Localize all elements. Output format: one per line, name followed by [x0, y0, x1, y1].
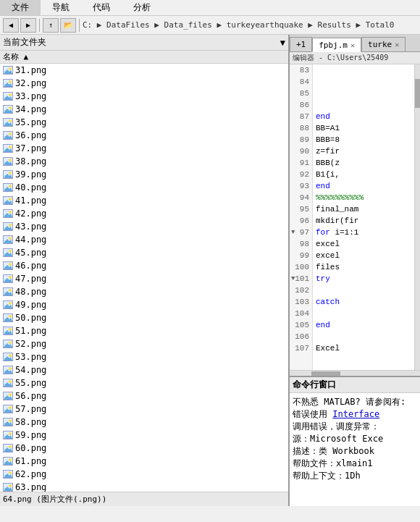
png-icon	[3, 430, 13, 440]
back-button[interactable]: ◀	[3, 18, 19, 33]
file-item[interactable]: 57.png	[0, 403, 288, 416]
file-item[interactable]: 40.png	[0, 181, 288, 194]
file-item[interactable]: 36.png	[0, 129, 288, 142]
file-item-label: 63.png	[15, 482, 46, 492]
file-item[interactable]: 61.png	[0, 455, 288, 468]
code-line	[316, 331, 414, 342]
line-number: 101	[290, 273, 312, 285]
tab-fpbj-close[interactable]: ✕	[350, 41, 355, 49]
menu-bar: 文件 导航 代码 分析	[0, 0, 420, 16]
file-item-label: 43.png	[15, 222, 46, 232]
file-item-label: 58.png	[15, 417, 46, 427]
svg-point-99	[9, 380, 12, 383]
svg-point-111	[9, 419, 12, 422]
svg-point-39	[9, 185, 12, 188]
editor-hscroll[interactable]	[290, 370, 420, 376]
file-item[interactable]: 43.png	[0, 220, 288, 233]
file-item[interactable]: 38.png	[0, 155, 288, 168]
file-item[interactable]: 44.png	[0, 233, 288, 246]
code-line: final_nam	[316, 203, 414, 215]
file-item[interactable]: 42.png	[0, 207, 288, 220]
file-item[interactable]: 59.png	[0, 429, 288, 442]
file-item[interactable]: 33.png	[0, 90, 288, 103]
cmd-content: 不熟悉 MATLAB? 请参阅有:错误使用 Interface调用错误，调度异常…	[290, 393, 420, 506]
file-item[interactable]: 31.png	[0, 64, 288, 77]
code-line: BB=A1	[316, 122, 414, 134]
up-button[interactable]: ↑	[43, 18, 59, 33]
file-item[interactable]: 55.png	[0, 376, 288, 390]
line-number: 90	[290, 146, 312, 157]
svg-point-91	[9, 354, 12, 357]
file-item[interactable]: 53.png	[0, 350, 288, 363]
file-col-header[interactable]: 名称 ▲	[0, 51, 288, 64]
file-item-label: 33.png	[15, 91, 46, 101]
cmd-header: 命令行窗口	[290, 377, 420, 393]
svg-point-71	[9, 289, 12, 292]
file-item[interactable]: 54.png	[0, 363, 288, 376]
code-line	[316, 285, 414, 296]
file-item[interactable]: 48.png	[0, 285, 288, 298]
cmd-line: 不熟悉 MATLAB? 请参阅有:	[293, 396, 417, 408]
line-number: 99	[290, 250, 312, 261]
file-item[interactable]: 62.png	[0, 468, 288, 481]
forward-button[interactable]: ▶	[20, 18, 36, 33]
line-number: 93	[290, 180, 312, 192]
png-icon	[3, 235, 13, 245]
editor-title: 编辑器 - C:\Users\25409	[290, 52, 420, 64]
file-item[interactable]: 52.png	[0, 337, 288, 350]
menu-code[interactable]: 代码	[81, 0, 122, 15]
cmd-line: 描述：类 Workbook	[293, 445, 417, 458]
file-item[interactable]: 63.png	[0, 481, 288, 492]
file-panel: 当前文件夹 ▼ 名称 ▲ 31.png32.png33.png34.png35.…	[0, 35, 290, 506]
file-item[interactable]: 41.png	[0, 194, 288, 207]
tab-fpbj[interactable]: fpbj.m ✕	[312, 38, 361, 52]
code-line: excel	[316, 238, 414, 250]
file-item[interactable]: 32.png	[0, 77, 288, 90]
file-item-label: 54.png	[15, 365, 46, 375]
file-item[interactable]: 37.png	[0, 142, 288, 155]
file-item[interactable]: 49.png	[0, 298, 288, 311]
png-icon	[3, 443, 13, 453]
file-item[interactable]: 39.png	[0, 168, 288, 181]
code-line: files	[316, 261, 414, 273]
file-item[interactable]: 56.png	[0, 390, 288, 403]
file-item[interactable]: 34.png	[0, 103, 288, 116]
svg-point-83	[9, 328, 12, 331]
svg-point-31	[9, 159, 12, 161]
right-panel: +1 fpbj.m ✕ turke ✕ 编辑器 - C:\Users\25409…	[290, 35, 420, 506]
browse-button[interactable]: 📂	[60, 18, 76, 33]
svg-point-35	[9, 172, 12, 174]
file-item[interactable]: 47.png	[0, 272, 288, 285]
menu-analysis[interactable]: 分析	[122, 0, 162, 15]
menu-nav[interactable]: 导航	[41, 0, 81, 15]
file-panel-dropdown[interactable]: ▼	[280, 38, 285, 48]
interface-link[interactable]: Interface	[332, 409, 379, 419]
png-icon	[3, 130, 13, 140]
tab-plus[interactable]: +1	[290, 37, 312, 51]
file-item[interactable]: 60.png	[0, 442, 288, 455]
file-panel-header: 当前文件夹 ▼	[0, 35, 288, 51]
code-content[interactable]: end BB=A1 BBB=8 z=fir BBB(z B1{i, end %%…	[313, 64, 414, 370]
code-line: catch	[316, 296, 414, 308]
file-item[interactable]: 50.png	[0, 311, 288, 324]
menu-file[interactable]: 文件	[0, 0, 41, 15]
tab-turke[interactable]: turke ✕	[361, 37, 406, 51]
file-item-label: 34.png	[15, 104, 46, 114]
svg-point-123	[9, 458, 12, 461]
line-number: 94	[290, 192, 312, 203]
file-item[interactable]: 35.png	[0, 116, 288, 129]
file-item[interactable]: 51.png	[0, 324, 288, 337]
svg-point-63	[9, 263, 12, 266]
file-item[interactable]: 58.png	[0, 416, 288, 429]
line-number: 97	[290, 227, 312, 238]
file-item-label: 57.png	[15, 404, 46, 414]
editor-scrollbar[interactable]	[414, 64, 420, 370]
file-item-label: 45.png	[15, 248, 46, 258]
svg-point-47	[9, 211, 12, 214]
png-icon	[3, 117, 13, 127]
file-item[interactable]: 45.png	[0, 246, 288, 259]
tab-turke-close[interactable]: ✕	[395, 41, 399, 49]
file-item[interactable]: 46.png	[0, 259, 288, 272]
file-item-label: 44.png	[15, 235, 46, 245]
file-item-label: 55.png	[15, 378, 46, 388]
